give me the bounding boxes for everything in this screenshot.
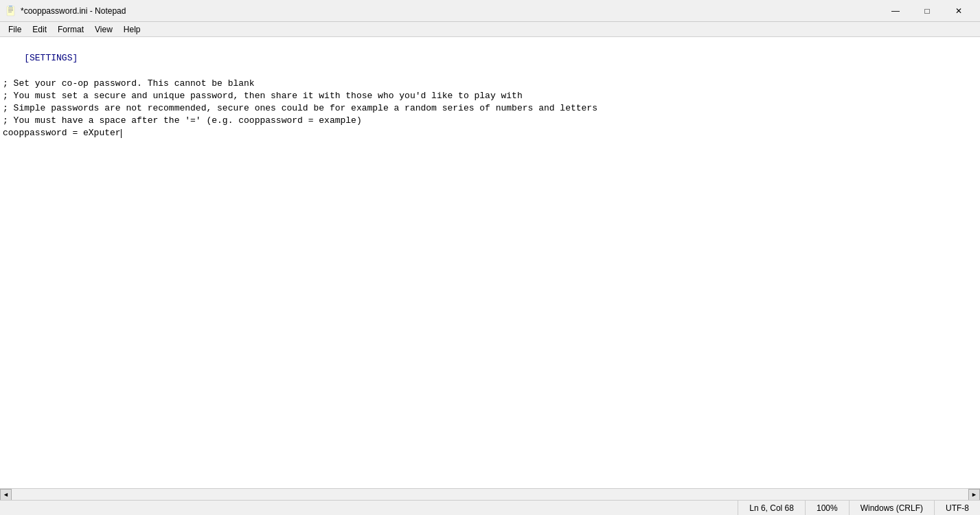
scroll-track[interactable] [12, 489, 968, 501]
editor-content: [SETTINGS] ; Set your co-op password. Th… [0, 37, 980, 488]
editor-line: ; Simple passwords are not recommended, … [3, 103, 597, 113]
window-controls: — □ ✕ [880, 0, 975, 22]
status-encoding: UTF-8 [934, 501, 980, 515]
status-line-ending: Windows (CRLF) [849, 501, 934, 515]
svg-rect-3 [8, 10, 13, 11]
window-title: *cooppassword.ini - Notepad [21, 6, 880, 16]
minimize-button[interactable]: — [880, 0, 911, 22]
editor-line: ; Set your co-op password. This cannot b… [3, 78, 255, 89]
maximize-button[interactable]: □ [911, 0, 943, 22]
editor-line: ; You must have a space after the '=' (e… [3, 115, 362, 126]
scroll-right-button[interactable]: ▶ [968, 489, 980, 501]
svg-rect-5 [9, 5, 12, 7]
menu-bar: File Edit Format View Help [0, 22, 980, 37]
svg-rect-4 [8, 12, 12, 12]
editor-container[interactable]: [SETTINGS] ; Set your co-op password. Th… [0, 37, 980, 488]
menu-file[interactable]: File [3, 23, 27, 36]
svg-rect-2 [8, 9, 13, 10]
editor-line: cooppassword = eXputer [3, 128, 122, 138]
horizontal-scrollbar[interactable]: ◀ ▶ [0, 488, 980, 500]
scroll-left-button[interactable]: ◀ [0, 489, 12, 501]
menu-edit[interactable]: Edit [27, 23, 52, 36]
editor-line: [SETTINGS] [24, 53, 78, 63]
close-button[interactable]: ✕ [943, 0, 975, 22]
status-line-col: Ln 6, Col 68 [738, 501, 805, 515]
menu-format[interactable]: Format [52, 23, 89, 36]
status-zoom: 100% [805, 501, 849, 515]
menu-help[interactable]: Help [118, 23, 146, 36]
svg-rect-1 [8, 8, 13, 8]
title-bar: *cooppassword.ini - Notepad — □ ✕ [0, 0, 980, 22]
menu-view[interactable]: View [89, 23, 118, 36]
status-bar: Ln 6, Col 68 100% Windows (CRLF) UTF-8 [0, 500, 980, 515]
notepad-icon [5, 5, 16, 16]
editor-line: ; You must set a secure and unique passw… [3, 91, 523, 101]
text-cursor [121, 129, 122, 138]
